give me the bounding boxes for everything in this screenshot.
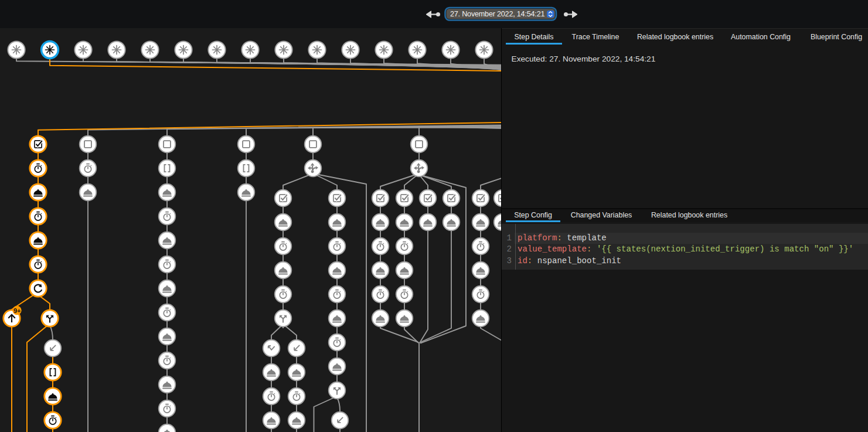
svg-text:27. November 2022, 14:54:21: 27. November 2022, 14:54:21 — [450, 10, 544, 18]
svg-text:9+: 9+ — [13, 307, 21, 314]
